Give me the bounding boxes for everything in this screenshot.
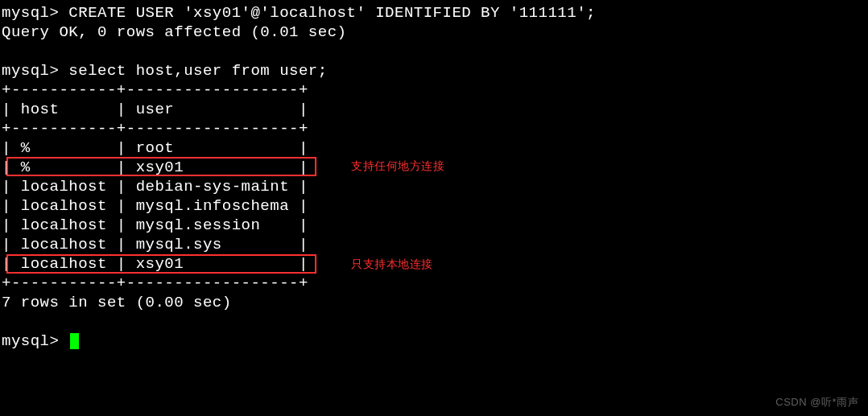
table-row: | localhost | mysql.session | bbox=[2, 216, 866, 235]
prompt-line[interactable]: mysql> bbox=[2, 332, 866, 351]
rows-in-set: 7 rows in set (0.00 sec) bbox=[2, 293, 866, 312]
table-border-mid: +-----------+------------------+ bbox=[2, 119, 866, 138]
table-row: | localhost | mysql.infoschema | bbox=[2, 196, 866, 216]
table-row: | % | root | bbox=[2, 138, 866, 158]
table-border-bot: +-----------+------------------+ bbox=[2, 274, 866, 293]
table-row: | localhost | mysql.sys | bbox=[2, 235, 866, 254]
select-cmd: select host,user from user; bbox=[68, 62, 327, 80]
table-row: | localhost | xsy01 | bbox=[2, 254, 866, 274]
query-result-1: Query OK, 0 rows affected (0.01 sec) bbox=[2, 23, 866, 42]
create-user-cmd: CREATE USER 'xsy01'@'localhost' IDENTIFI… bbox=[68, 4, 596, 22]
cmd-line-1: mysql> CREATE USER 'xsy01'@'localhost' I… bbox=[2, 3, 866, 23]
mysql-prompt: mysql> bbox=[2, 332, 68, 350]
mysql-prompt: mysql> bbox=[2, 4, 68, 22]
cmd-line-2: mysql> select host,user from user; bbox=[2, 61, 866, 80]
watermark-text: CSDN @听*雨声 bbox=[775, 395, 858, 410]
cursor-icon bbox=[70, 333, 79, 349]
table-border-top: +-----------+------------------+ bbox=[2, 80, 866, 100]
blank-line bbox=[2, 312, 866, 332]
table-row: | % | xsy01 | bbox=[2, 158, 866, 177]
table-header-row: | host | user | bbox=[2, 100, 866, 119]
blank-line bbox=[2, 42, 866, 61]
mysql-prompt: mysql> bbox=[2, 62, 68, 80]
table-row: | localhost | debian-sys-maint | bbox=[2, 177, 866, 196]
